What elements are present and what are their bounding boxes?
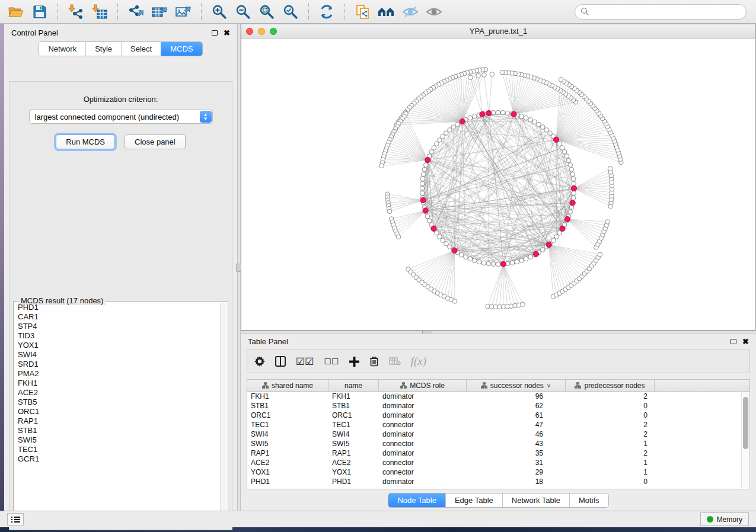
network-node[interactable] xyxy=(420,191,425,196)
network-satellite-node[interactable] xyxy=(396,235,401,239)
tab-select[interactable]: Select xyxy=(121,42,161,56)
network-node[interactable] xyxy=(460,252,464,257)
network-satellite-node[interactable] xyxy=(482,73,487,78)
network-node[interactable] xyxy=(557,142,562,146)
mcds-hub-node[interactable] xyxy=(533,251,538,257)
show-all-icon[interactable] xyxy=(424,3,444,21)
network-node[interactable] xyxy=(510,261,515,265)
network-node[interactable] xyxy=(524,257,528,261)
table-row[interactable]: YOX1YOX1connector291 xyxy=(247,467,749,477)
network-node[interactable] xyxy=(486,261,491,266)
mcds-result-item[interactable]: ORC1 xyxy=(15,407,219,416)
table-options-gear-icon[interactable] xyxy=(254,354,265,368)
network-node[interactable] xyxy=(540,125,545,130)
select-all-checkboxes-icon[interactable]: ☑☑ xyxy=(296,354,314,368)
network-node[interactable] xyxy=(560,146,564,150)
network-node[interactable] xyxy=(464,255,468,259)
network-node[interactable] xyxy=(423,163,428,168)
mcds-result-item[interactable]: CAR1 xyxy=(15,312,219,322)
table-row[interactable]: TEC1TEC1connector472 xyxy=(247,420,749,430)
network-node[interactable] xyxy=(477,259,481,264)
network-node[interactable] xyxy=(566,158,571,163)
tab-edge-table[interactable]: Edge Table xyxy=(445,493,502,507)
zoom-selected-region-icon[interactable] xyxy=(280,3,301,21)
network-node[interactable] xyxy=(473,258,477,263)
column-header-shared-name[interactable]: shared name xyxy=(247,380,328,391)
export-network-icon[interactable] xyxy=(126,3,146,21)
mcds-hub-node[interactable] xyxy=(564,216,570,222)
first-neighbors-icon[interactable] xyxy=(377,3,397,21)
mcds-result-list[interactable]: PHD1CAR1STP4TID3YOX1SWI4SRD1PMA2FKH1ACE2… xyxy=(15,303,219,517)
hide-selected-icon[interactable] xyxy=(400,3,420,21)
float-panel-icon[interactable] xyxy=(731,339,736,344)
network-node[interactable] xyxy=(528,255,533,259)
network-satellite-node[interactable] xyxy=(468,75,473,80)
mcds-result-item[interactable]: STP4 xyxy=(15,322,219,331)
tab-network[interactable]: Network xyxy=(39,42,85,56)
mcds-result-item[interactable]: FKH1 xyxy=(15,379,219,388)
network-node[interactable] xyxy=(435,230,439,235)
column-header-name[interactable]: name xyxy=(328,380,379,391)
close-panel-icon[interactable]: ✖ xyxy=(224,29,230,37)
mcds-result-item[interactable]: STB1 xyxy=(15,426,219,435)
network-node[interactable] xyxy=(519,258,524,263)
save-session-icon[interactable] xyxy=(30,3,50,21)
open-file-icon[interactable] xyxy=(6,3,26,21)
zoom-fit-content-icon[interactable] xyxy=(257,3,277,21)
mcds-hub-node[interactable] xyxy=(500,261,506,267)
network-satellite-node[interactable] xyxy=(476,73,481,78)
network-node[interactable] xyxy=(432,146,436,150)
import-network-from-file-icon[interactable] xyxy=(66,3,86,21)
zoom-out-icon[interactable] xyxy=(233,3,253,21)
network-node[interactable] xyxy=(532,120,537,124)
network-node[interactable] xyxy=(468,116,473,120)
mcds-result-item[interactable]: RAP1 xyxy=(15,416,219,426)
mcds-result-item[interactable]: PHD1 xyxy=(15,303,219,312)
network-window-titlebar[interactable]: YPA_prune.txt_1 xyxy=(241,24,755,39)
apply-preferred-layout-icon[interactable] xyxy=(317,3,337,21)
table-row[interactable]: ACE2ACE2connector311 xyxy=(247,458,749,467)
network-node[interactable] xyxy=(421,172,426,177)
export-image-icon[interactable] xyxy=(173,3,193,21)
table-scrollbar[interactable] xyxy=(741,392,749,488)
export-table-icon[interactable] xyxy=(149,3,170,21)
mcds-result-scrollbar[interactable] xyxy=(220,303,227,517)
mcds-hub-node[interactable] xyxy=(546,242,551,248)
network-satellite-node[interactable] xyxy=(490,72,495,76)
network-node[interactable] xyxy=(448,245,452,249)
network-node[interactable] xyxy=(420,186,425,191)
table-row[interactable]: SWI5SWI5connector431 xyxy=(247,439,749,448)
mcds-result-item[interactable]: SWI5 xyxy=(15,435,219,445)
network-node[interactable] xyxy=(438,138,442,143)
mcds-result-item[interactable]: STB5 xyxy=(15,398,219,407)
network-node[interactable] xyxy=(455,122,460,127)
close-panel-icon[interactable]: ✖ xyxy=(742,338,749,345)
network-node[interactable] xyxy=(544,128,549,133)
mcds-hub-node[interactable] xyxy=(486,110,492,116)
network-satellite-node[interactable] xyxy=(608,166,613,171)
network-satellite-node[interactable] xyxy=(387,209,392,214)
network-node[interactable] xyxy=(537,122,541,127)
mcds-result-item[interactable]: GCR1 xyxy=(15,454,219,464)
column-header-predecessor-nodes[interactable]: predecessor nodes xyxy=(566,380,655,391)
table-row[interactable]: FKH1FKH1dominator962 xyxy=(247,392,749,401)
network-node[interactable] xyxy=(568,210,573,214)
table-row[interactable]: SWI4SWI4dominator462 xyxy=(247,430,749,439)
mcds-hub-node[interactable] xyxy=(511,111,516,117)
tab-node-table[interactable]: Node Table xyxy=(388,493,445,507)
network-node[interactable] xyxy=(572,191,576,196)
mcds-result-item[interactable]: TID3 xyxy=(15,331,219,341)
network-node[interactable] xyxy=(505,111,510,116)
scrollbar-thumb[interactable] xyxy=(743,397,748,449)
network-node[interactable] xyxy=(554,235,559,239)
tab-network-table[interactable]: Network Table xyxy=(502,493,569,507)
duplicate-network-icon[interactable] xyxy=(353,3,373,21)
network-node[interactable] xyxy=(571,177,576,181)
network-node[interactable] xyxy=(422,167,427,172)
tab-style[interactable]: Style xyxy=(85,42,121,56)
search-field[interactable] xyxy=(575,4,747,20)
network-node[interactable] xyxy=(572,181,576,186)
column-header-successor-nodes[interactable]: successor nodes∨ xyxy=(467,380,566,391)
network-node[interactable] xyxy=(569,167,574,172)
search-input[interactable] xyxy=(589,8,741,16)
